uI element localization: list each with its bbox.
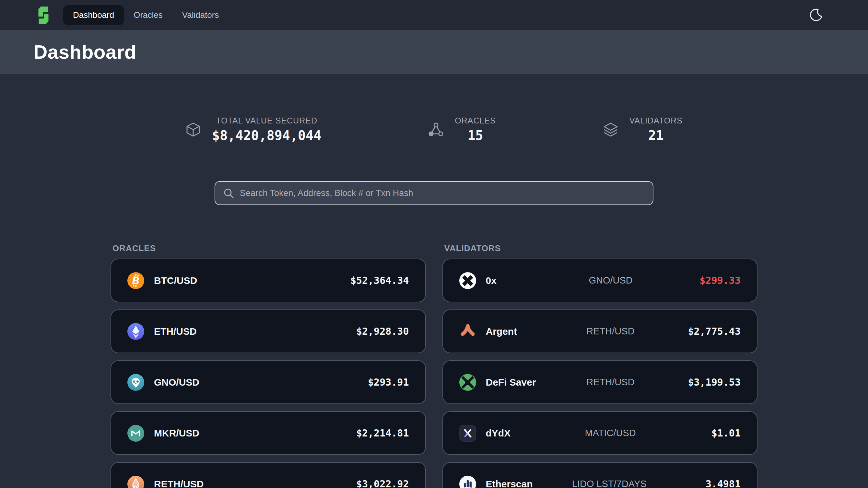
stat-oracles: ORACLES 15 [428, 116, 496, 143]
top-nav: Dashboard Oracles Validators [0, 0, 868, 30]
defi-saver-icon [459, 374, 476, 391]
oracle-price: $3,022.92 [356, 478, 409, 488]
dydx-icon [459, 425, 476, 442]
validator-pair: GNO/USD [589, 275, 632, 286]
oracle-pair: BTC/USD [154, 275, 197, 286]
oracles-panel: ORACLES B BTC/USD $52,364.34 [111, 243, 426, 488]
validator-card-argent[interactable]: Argent RETH/USD $2,775.43 [442, 310, 758, 353]
validators-panel: VALIDATORS 0x GNO/USD $299.33 [442, 243, 758, 488]
oracle-price: $2,928.30 [356, 326, 409, 337]
layers-icon [603, 122, 618, 137]
nav-links: Dashboard Oracles Validators [63, 5, 228, 25]
gno-icon [127, 374, 144, 391]
cube-icon [185, 122, 201, 137]
oracle-card-gno-usd[interactable]: GNO/USD $293.91 [111, 360, 426, 404]
network-nodes-icon [428, 122, 444, 137]
etherscan-icon [459, 476, 476, 488]
oracle-pair: GNO/USD [154, 377, 199, 388]
validator-name: dYdX [486, 428, 511, 439]
validator-card-dydx[interactable]: dYdX MATIC/USD $1.01 [442, 411, 758, 455]
main-content: TOTAL VALUE SECURED $8,420,894,044 ORACL… [111, 116, 757, 488]
validator-name: 0x [486, 275, 497, 286]
validator-price: $2,775.43 [688, 326, 741, 337]
oracle-card-eth-usd[interactable]: ETH/USD $2,928.30 [111, 310, 426, 353]
mkr-icon [127, 425, 144, 442]
btc-icon: B [127, 272, 144, 289]
validator-pair: RETH/USD [586, 326, 634, 337]
search-bar [215, 181, 653, 205]
stat-label: TOTAL VALUE SECURED [216, 116, 317, 125]
oracles-heading: ORACLES [113, 243, 426, 253]
oracle-price: $293.91 [368, 377, 409, 388]
stat-value: 21 [648, 128, 664, 143]
validator-card-0x[interactable]: 0x GNO/USD $299.33 [442, 259, 758, 302]
theme-toggle-button[interactable] [807, 7, 824, 24]
validator-card-defi-saver[interactable]: DeFi Saver RETH/USD $3,199.53 [442, 360, 758, 404]
page-header-band: Dashboard [0, 30, 868, 74]
stat-label: VALIDATORS [629, 116, 683, 125]
validator-card-etherscan[interactable]: Etherscan LIDO LST/7DAYS 3.4981 [442, 462, 758, 488]
page-title: Dashboard [33, 41, 136, 63]
oracle-price: $52,364.34 [350, 275, 409, 286]
stat-label: ORACLES [455, 116, 496, 125]
nav-tab-validators[interactable]: Validators [173, 5, 229, 25]
oracle-price: $2,214.81 [356, 427, 409, 439]
0x-icon [459, 272, 476, 289]
chronicle-logo-icon[interactable] [33, 5, 54, 25]
oracle-pair: RETH/USD [154, 479, 204, 488]
search-input[interactable] [239, 188, 645, 199]
oracle-pair: ETH/USD [154, 326, 197, 337]
validator-price: $299.33 [700, 275, 741, 286]
stats-row: TOTAL VALUE SECURED $8,420,894,044 ORACL… [111, 116, 757, 143]
eth-icon [127, 323, 144, 340]
stat-validators: VALIDATORS 21 [603, 116, 683, 143]
stat-value: $8,420,894,044 [212, 128, 321, 143]
nav-tab-dashboard[interactable]: Dashboard [63, 5, 124, 25]
oracle-card-mkr-usd[interactable]: MKR/USD $2,214.81 [111, 411, 426, 455]
stat-value: 15 [467, 128, 483, 143]
validator-pair: MATIC/USD [585, 428, 636, 438]
moon-icon [808, 7, 823, 23]
validator-price: $3,199.53 [688, 377, 741, 388]
validators-heading: VALIDATORS [444, 243, 758, 253]
validator-name: DeFi Saver [486, 377, 536, 388]
oracle-card-reth-usd[interactable]: RETH/USD $3,022.92 [111, 462, 426, 488]
validator-pair: RETH/USD [586, 377, 634, 388]
validator-price: 3.4981 [706, 478, 741, 488]
validator-price: $1.01 [711, 427, 741, 439]
oracle-pair: MKR/USD [154, 428, 199, 439]
reth-icon [127, 476, 144, 488]
validator-name: Argent [486, 326, 517, 337]
stat-total-value-secured: TOTAL VALUE SECURED $8,420,894,044 [185, 116, 321, 143]
argent-icon [459, 323, 476, 340]
search-icon [223, 188, 234, 199]
oracle-card-btc-usd[interactable]: B BTC/USD $52,364.34 [111, 259, 426, 302]
nav-tab-oracles[interactable]: Oracles [124, 5, 173, 25]
validator-pair: LIDO LST/7DAYS [572, 479, 647, 488]
validator-name: Etherscan [486, 479, 533, 488]
